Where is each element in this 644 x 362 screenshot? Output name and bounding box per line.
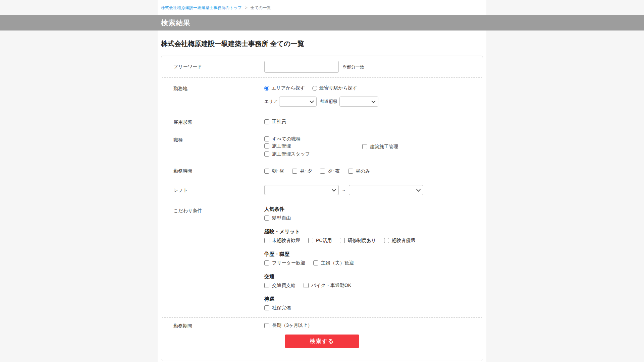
submit-row: 検索する — [161, 331, 483, 361]
checkbox-freeter-welcome-input[interactable] — [264, 260, 269, 265]
jobtype-label: 職種 — [173, 135, 264, 158]
radio-search-by-area-input[interactable] — [264, 86, 269, 91]
radio-search-by-station[interactable]: 最寄り駅から探す — [312, 85, 357, 91]
checkbox-evening-night[interactable]: 夕~夜 — [320, 168, 340, 175]
results-banner: 検索結果 — [0, 15, 644, 31]
freeword-note: ※部分一致 — [342, 64, 364, 69]
pref-heading-education: 学歴・職歴 — [264, 251, 475, 257]
checkbox-architecture-construction-management[interactable]: 建築施工管理 — [362, 142, 398, 150]
checkbox-construction-management-staff-input[interactable] — [264, 152, 269, 157]
checkbox-social-insurance-input[interactable] — [264, 305, 269, 310]
shift-range-separator: ~ — [342, 188, 345, 193]
checkbox-long-term[interactable]: 長期（3ヶ月以上） — [264, 322, 312, 328]
checkbox-pc-use[interactable]: PC活用 — [308, 237, 332, 244]
checkbox-experienced-preferred-input[interactable] — [384, 238, 389, 243]
checkbox-no-experience-welcome[interactable]: 未経験者歓迎 — [264, 237, 300, 244]
checkbox-construction-management[interactable]: 施工管理 — [264, 142, 291, 149]
form-row-jobtype: 職種 すべての職種 施工管理 — [162, 131, 482, 162]
location-label: 勤務地 — [173, 84, 264, 107]
checkbox-freeter-welcome[interactable]: フリーター歓迎 — [264, 259, 305, 266]
checkbox-construction-management-input[interactable] — [264, 143, 269, 148]
checkbox-no-experience-welcome-input[interactable] — [264, 238, 269, 243]
checkbox-morning-noon-input[interactable] — [264, 169, 269, 174]
checkbox-all-jobtypes[interactable]: すべての職種 — [264, 135, 301, 142]
checkbox-pc-use-input[interactable] — [308, 238, 313, 243]
breadcrumb-home-link[interactable]: 株式会社梅原建設一級建築士事務所のトップ — [161, 5, 242, 10]
form-row-employment: 雇用形態 正社員 — [162, 113, 482, 131]
checkbox-social-insurance[interactable]: 社保完備 — [264, 304, 291, 311]
checkbox-full-time-input[interactable] — [264, 119, 269, 124]
checkbox-all-jobtypes-input[interactable] — [264, 136, 269, 141]
form-row-location: 勤務地 エリアから探す 最寄り駅から探す エリア — [162, 78, 482, 113]
checkbox-long-term-input[interactable] — [264, 323, 269, 328]
checkbox-experienced-preferred[interactable]: 経験者優遇 — [384, 237, 415, 244]
pref-group-education: 学歴・職歴 フリーター歓迎 主婦（夫）歓迎 — [264, 251, 475, 266]
checkbox-transport-allowance-input[interactable] — [264, 283, 269, 288]
breadcrumb: 株式会社梅原建設一級建築士事務所のトップ > 全ての一覧 — [161, 0, 483, 15]
radio-search-by-area[interactable]: エリアから探す — [264, 85, 305, 91]
radio-search-by-station-input[interactable] — [312, 86, 317, 91]
employment-label: 雇用形態 — [173, 119, 264, 125]
form-row-preferences: こだわり条件 人気条件 髪型自由 経験・メリット — [162, 200, 482, 318]
period-label: 勤務期間 — [173, 322, 264, 329]
checkbox-transport-allowance[interactable]: 交通費支給 — [264, 282, 296, 289]
area-select[interactable] — [279, 97, 317, 107]
pref-group-popular: 人気条件 髪型自由 — [264, 206, 475, 222]
shift-to-select[interactable] — [349, 185, 423, 195]
shift-from-select[interactable] — [264, 185, 339, 195]
pref-heading-experience: 経験・メリット — [264, 229, 475, 235]
checkbox-housewife-welcome-input[interactable] — [313, 260, 318, 265]
checkbox-morning-noon[interactable]: 朝~昼 — [264, 168, 284, 175]
pref-group-experience: 経験・メリット 未経験者歓迎 PC活用 — [264, 229, 475, 244]
checkbox-training-system[interactable]: 研修制度あり — [340, 237, 376, 244]
checkbox-bike-car-commute-input[interactable] — [304, 283, 309, 288]
checkbox-construction-management-staff[interactable]: 施工管理スタッフ — [264, 150, 310, 158]
checkbox-noon-evening[interactable]: 昼~夕 — [292, 168, 312, 175]
pref-heading-benefits: 待遇 — [264, 296, 475, 302]
form-row-shift: シフト ~ — [162, 180, 482, 200]
form-row-period: 勤務期間 長期（3ヶ月以上） — [162, 318, 482, 331]
checkbox-noon-evening-input[interactable] — [292, 169, 297, 174]
pref-group-benefits: 待遇 社保完備 — [264, 296, 475, 311]
checkbox-daytime-only-input[interactable] — [348, 169, 353, 174]
pref-heading-popular: 人気条件 — [264, 206, 475, 213]
prefecture-select[interactable] — [339, 97, 378, 107]
form-row-worktime: 勤務時間 朝~昼 昼~夕 夕~夜 — [162, 162, 482, 180]
checkbox-hairstyle-free-input[interactable] — [264, 216, 269, 221]
checkbox-bike-car-commute[interactable]: バイク・車通勤OK — [304, 282, 351, 289]
checkbox-full-time[interactable]: 正社員 — [264, 119, 286, 125]
checkbox-architecture-construction-management-input[interactable] — [362, 144, 367, 149]
freeword-input[interactable] — [264, 61, 339, 73]
pref-group-transport: 交通 交通費支給 バイク・車通勤OK — [264, 274, 475, 289]
prefecture-select-label: 都道府県 — [320, 99, 337, 105]
breadcrumb-separator: > — [245, 5, 247, 10]
freeword-label: フリーワード — [173, 64, 264, 70]
checkbox-evening-night-input[interactable] — [320, 169, 325, 174]
pref-heading-transport: 交通 — [264, 274, 475, 280]
worktime-label: 勤務時間 — [173, 168, 264, 175]
checkbox-hairstyle-free[interactable]: 髪型自由 — [264, 215, 291, 222]
shift-label: シフト — [173, 185, 264, 195]
checkbox-daytime-only[interactable]: 昼のみ — [348, 168, 370, 175]
preferences-label: こだわり条件 — [173, 206, 264, 311]
area-select-label: エリア — [264, 99, 278, 105]
checkbox-housewife-welcome[interactable]: 主婦（夫）歓迎 — [313, 259, 354, 266]
checkbox-training-system-input[interactable] — [340, 238, 345, 243]
banner-title: 検索結果 — [161, 15, 483, 31]
breadcrumb-current: 全ての一覧 — [251, 5, 271, 10]
form-row-freeword: フリーワード ※部分一致 — [162, 56, 482, 78]
search-button[interactable]: 検索する — [285, 335, 359, 348]
search-form-card: フリーワード ※部分一致 勤務地 エリアから探す — [161, 56, 483, 361]
page-title: 株式会社梅原建設一級建築士事務所 全ての一覧 — [161, 39, 483, 48]
